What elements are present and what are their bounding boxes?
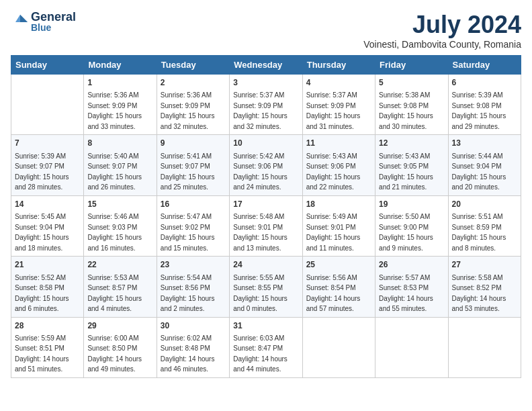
- weekday-header-row: SundayMondayTuesdayWednesdayThursdayFrid…: [11, 56, 521, 75]
- day-info: Sunrise: 5:53 AM Sunset: 8:57 PM Dayligh…: [87, 274, 142, 313]
- calendar-cell: 9Sunrise: 5:41 AM Sunset: 9:07 PM Daylig…: [157, 135, 229, 195]
- day-number: 21: [15, 259, 80, 271]
- calendar-week-3: 14Sunrise: 5:45 AM Sunset: 9:04 PM Dayli…: [11, 195, 521, 256]
- calendar-week-1: 1Sunrise: 5:36 AM Sunset: 9:09 PM Daylig…: [11, 75, 521, 135]
- day-number: 29: [87, 320, 152, 332]
- day-number: 18: [306, 199, 371, 210]
- weekday-header-tuesday: Tuesday: [157, 56, 229, 75]
- calendar-cell: 14Sunrise: 5:45 AM Sunset: 9:04 PM Dayli…: [11, 195, 84, 256]
- day-number: 2: [161, 77, 226, 89]
- logo-line2: Blue: [31, 23, 76, 33]
- day-number: 26: [379, 259, 444, 271]
- calendar-cell: 28Sunrise: 5:59 AM Sunset: 8:51 PM Dayli…: [11, 317, 84, 377]
- calendar-cell: 20Sunrise: 5:51 AM Sunset: 8:59 PM Dayli…: [448, 195, 521, 256]
- day-info: Sunrise: 5:54 AM Sunset: 8:56 PM Dayligh…: [161, 274, 215, 313]
- calendar-week-2: 7Sunrise: 5:39 AM Sunset: 9:07 PM Daylig…: [11, 135, 521, 195]
- calendar-cell: 29Sunrise: 6:00 AM Sunset: 8:50 PM Dayli…: [84, 317, 157, 377]
- weekday-header-sunday: Sunday: [11, 56, 84, 75]
- day-number: 13: [452, 138, 517, 149]
- calendar-cell: 24Sunrise: 5:55 AM Sunset: 8:55 PM Dayli…: [230, 257, 302, 317]
- day-info: Sunrise: 5:50 AM Sunset: 9:00 PM Dayligh…: [379, 213, 433, 252]
- day-info: Sunrise: 5:45 AM Sunset: 9:04 PM Dayligh…: [15, 213, 69, 252]
- day-number: 7: [15, 138, 80, 149]
- day-info: Sunrise: 5:43 AM Sunset: 9:06 PM Dayligh…: [306, 152, 361, 191]
- calendar-cell: 11Sunrise: 5:43 AM Sunset: 9:06 PM Dayli…: [302, 135, 375, 195]
- day-info: Sunrise: 5:57 AM Sunset: 8:53 PM Dayligh…: [379, 274, 433, 313]
- day-info: Sunrise: 5:59 AM Sunset: 8:51 PM Dayligh…: [15, 334, 69, 373]
- day-info: Sunrise: 5:58 AM Sunset: 8:52 PM Dayligh…: [452, 274, 506, 313]
- day-info: Sunrise: 5:46 AM Sunset: 9:03 PM Dayligh…: [87, 213, 142, 252]
- day-number: 23: [161, 259, 226, 271]
- logo-text: General Blue: [31, 11, 76, 33]
- calendar-body: 1Sunrise: 5:36 AM Sunset: 9:09 PM Daylig…: [11, 75, 521, 378]
- calendar-cell: 8Sunrise: 5:40 AM Sunset: 9:07 PM Daylig…: [84, 135, 157, 195]
- calendar-table: SundayMondayTuesdayWednesdayThursdayFrid…: [11, 55, 521, 378]
- calendar-cell: 5Sunrise: 5:38 AM Sunset: 9:08 PM Daylig…: [375, 75, 448, 135]
- calendar-cell: 15Sunrise: 5:46 AM Sunset: 9:03 PM Dayli…: [84, 195, 157, 256]
- day-info: Sunrise: 5:41 AM Sunset: 9:07 PM Dayligh…: [161, 152, 215, 191]
- day-info: Sunrise: 5:49 AM Sunset: 9:01 PM Dayligh…: [306, 213, 361, 252]
- day-info: Sunrise: 5:44 AM Sunset: 9:04 PM Dayligh…: [452, 152, 506, 191]
- month-title: July 2024: [363, 11, 521, 39]
- calendar-cell: 27Sunrise: 5:58 AM Sunset: 8:52 PM Dayli…: [448, 257, 521, 317]
- day-number: 24: [233, 259, 298, 271]
- day-number: 30: [161, 320, 226, 332]
- calendar-cell: 6Sunrise: 5:39 AM Sunset: 9:08 PM Daylig…: [448, 75, 521, 135]
- calendar-cell: 13Sunrise: 5:44 AM Sunset: 9:04 PM Dayli…: [448, 135, 521, 195]
- calendar-cell: 22Sunrise: 5:53 AM Sunset: 8:57 PM Dayli…: [84, 257, 157, 317]
- logo-icon: [11, 13, 30, 32]
- day-number: 1: [87, 77, 152, 89]
- day-info: Sunrise: 5:39 AM Sunset: 9:07 PM Dayligh…: [15, 152, 69, 191]
- calendar-week-4: 21Sunrise: 5:52 AM Sunset: 8:58 PM Dayli…: [11, 257, 521, 317]
- calendar-cell: 2Sunrise: 5:36 AM Sunset: 9:09 PM Daylig…: [157, 75, 229, 135]
- calendar-header: SundayMondayTuesdayWednesdayThursdayFrid…: [11, 56, 521, 75]
- day-info: Sunrise: 5:52 AM Sunset: 8:58 PM Dayligh…: [15, 274, 69, 313]
- day-number: 19: [379, 199, 444, 210]
- day-info: Sunrise: 5:47 AM Sunset: 9:02 PM Dayligh…: [161, 213, 215, 252]
- calendar-week-5: 28Sunrise: 5:59 AM Sunset: 8:51 PM Dayli…: [11, 317, 521, 377]
- calendar-cell: 10Sunrise: 5:42 AM Sunset: 9:06 PM Dayli…: [230, 135, 302, 195]
- calendar-cell: 7Sunrise: 5:39 AM Sunset: 9:07 PM Daylig…: [11, 135, 84, 195]
- logo: General Blue: [11, 11, 76, 33]
- calendar-cell: [11, 75, 84, 135]
- title-block: July 2024 Voinesti, Dambovita County, Ro…: [363, 11, 521, 50]
- calendar-cell: 16Sunrise: 5:47 AM Sunset: 9:02 PM Dayli…: [157, 195, 229, 256]
- day-info: Sunrise: 5:43 AM Sunset: 9:05 PM Dayligh…: [379, 152, 433, 191]
- calendar-cell: 1Sunrise: 5:36 AM Sunset: 9:09 PM Daylig…: [84, 75, 157, 135]
- calendar-cell: [448, 317, 521, 377]
- day-number: 25: [306, 259, 371, 271]
- day-number: 14: [15, 199, 80, 210]
- location: Voinesti, Dambovita County, Romania: [363, 39, 521, 50]
- day-info: Sunrise: 6:02 AM Sunset: 8:48 PM Dayligh…: [161, 334, 215, 373]
- day-info: Sunrise: 5:51 AM Sunset: 8:59 PM Dayligh…: [452, 213, 506, 252]
- day-number: 31: [233, 320, 298, 332]
- day-number: 17: [233, 199, 298, 210]
- weekday-header-friday: Friday: [375, 56, 448, 75]
- day-info: Sunrise: 5:38 AM Sunset: 9:08 PM Dayligh…: [379, 91, 433, 130]
- day-number: 16: [161, 199, 226, 210]
- day-number: 28: [15, 320, 80, 332]
- day-number: 22: [87, 259, 152, 271]
- day-info: Sunrise: 6:03 AM Sunset: 8:47 PM Dayligh…: [233, 334, 287, 373]
- day-number: 6: [452, 77, 517, 89]
- day-number: 3: [233, 77, 298, 89]
- day-number: 12: [379, 138, 444, 149]
- day-info: Sunrise: 5:48 AM Sunset: 9:01 PM Dayligh…: [233, 213, 287, 252]
- calendar-cell: [302, 317, 375, 377]
- calendar-cell: 17Sunrise: 5:48 AM Sunset: 9:01 PM Dayli…: [230, 195, 302, 256]
- calendar-cell: [375, 317, 448, 377]
- calendar-cell: 23Sunrise: 5:54 AM Sunset: 8:56 PM Dayli…: [157, 257, 229, 317]
- day-number: 8: [87, 138, 152, 149]
- day-info: Sunrise: 5:42 AM Sunset: 9:06 PM Dayligh…: [233, 152, 287, 191]
- calendar-cell: 4Sunrise: 5:37 AM Sunset: 9:09 PM Daylig…: [302, 75, 375, 135]
- weekday-header-saturday: Saturday: [448, 56, 521, 75]
- day-info: Sunrise: 5:40 AM Sunset: 9:07 PM Dayligh…: [87, 152, 142, 191]
- day-info: Sunrise: 5:39 AM Sunset: 9:08 PM Dayligh…: [452, 91, 506, 130]
- calendar-cell: 31Sunrise: 6:03 AM Sunset: 8:47 PM Dayli…: [230, 317, 302, 377]
- calendar-cell: 12Sunrise: 5:43 AM Sunset: 9:05 PM Dayli…: [375, 135, 448, 195]
- calendar-cell: 26Sunrise: 5:57 AM Sunset: 8:53 PM Dayli…: [375, 257, 448, 317]
- day-number: 20: [452, 199, 517, 210]
- calendar-cell: 18Sunrise: 5:49 AM Sunset: 9:01 PM Dayli…: [302, 195, 375, 256]
- day-number: 9: [161, 138, 226, 149]
- day-number: 4: [306, 77, 371, 89]
